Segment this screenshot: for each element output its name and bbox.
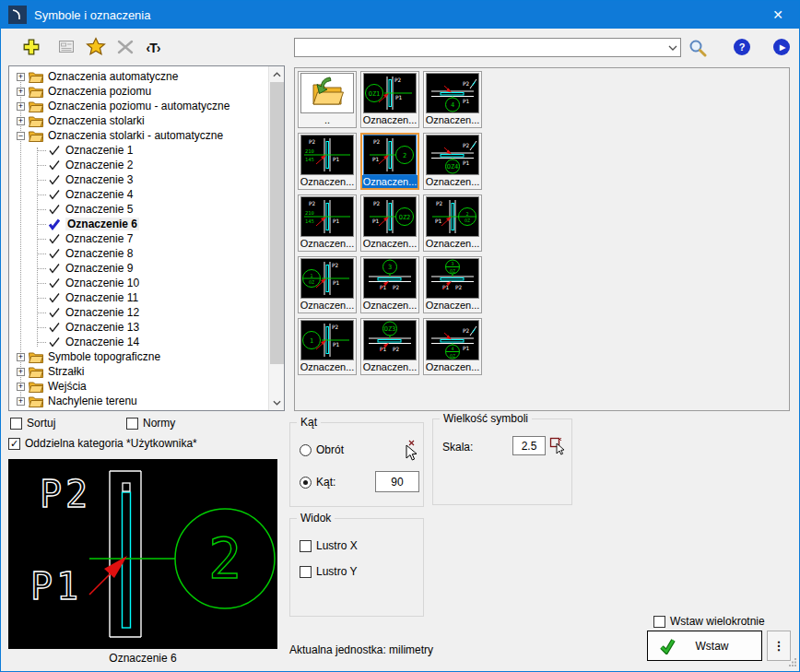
- scale-input[interactable]: [512, 436, 546, 455]
- tree-leaf-item[interactable]: Oznaczenie 11: [9, 290, 268, 305]
- combo-dropdown-button[interactable]: [665, 39, 680, 56]
- help-button[interactable]: ?: [734, 39, 750, 55]
- symbol-tile[interactable]: 4OZP2P1Oznaczen...: [423, 318, 482, 375]
- separate-category-checkbox[interactable]: ✓ Oddzielna kategoria *Użytkownika*: [8, 437, 197, 450]
- tree-leaf-item[interactable]: Oznaczenie 1: [9, 143, 268, 158]
- tree-leaf-item[interactable]: Oznaczenie 9: [9, 261, 268, 276]
- checkbox-box: ✓: [653, 616, 665, 628]
- normy-checkbox[interactable]: ✓ Normy: [126, 417, 175, 430]
- parent-folder-tile[interactable]: ..: [298, 71, 357, 128]
- scroll-up-button[interactable]: [269, 66, 285, 82]
- sortuj-checkbox[interactable]: ✓ Sortuj: [10, 417, 55, 430]
- insert-button[interactable]: Wstaw: [647, 631, 762, 661]
- tree-leaf-item[interactable]: Oznaczenie 7: [9, 231, 268, 246]
- svg-text:OZ4: OZ4: [447, 163, 459, 171]
- tree-leaf-item[interactable]: Oznaczenie 8: [9, 246, 268, 261]
- check-icon: [48, 248, 61, 260]
- tree-leaf-item[interactable]: Oznaczenie 13: [9, 320, 268, 335]
- expand-toggle[interactable]: +: [17, 353, 25, 361]
- expand-toggle[interactable]: +: [17, 73, 25, 81]
- tree-item-label: Symbole topograficzne: [48, 350, 160, 363]
- folder-icon: [29, 351, 43, 363]
- mirror-y-checkbox[interactable]: ✓ Lustro Y: [300, 565, 357, 578]
- text-symbol-button[interactable]: ‹T›: [141, 36, 165, 60]
- tree-scrollbar[interactable]: [268, 66, 284, 410]
- tree-leaf-item[interactable]: Oznaczenie 10: [9, 276, 268, 290]
- check-icon: [48, 159, 61, 171]
- symbol-thumbnail: OZ2P2P1: [363, 196, 417, 237]
- symbol-tile[interactable]: OZ1P2P1Oznaczen...: [360, 71, 419, 128]
- symbol-tile[interactable]: 3OZP1P2Oznaczen...: [423, 256, 482, 313]
- expand-toggle[interactable]: +: [17, 88, 25, 96]
- symbol-tile[interactable]: OZ2P2P1Oznaczen...: [360, 195, 419, 252]
- tree-folder-item[interactable]: +Oznaczenia poziomu - automatyczne: [9, 99, 268, 113]
- delete-button[interactable]: [113, 36, 137, 60]
- symbol-tile[interactable]: 2P2P1Oznaczen...: [360, 133, 419, 190]
- tree-leaf-item[interactable]: Oznaczenie 5: [9, 202, 268, 217]
- svg-text:P2: P2: [393, 346, 400, 352]
- details-view-button[interactable]: [54, 36, 78, 60]
- search-button[interactable]: [686, 37, 710, 61]
- run-button[interactable]: ▶: [773, 39, 790, 55]
- svg-text:P1: P1: [372, 218, 380, 224]
- expand-toggle[interactable]: +: [17, 397, 25, 406]
- pick-scale-button[interactable]: [549, 437, 566, 458]
- symbol-tile[interactable]: OZ4P2P1Oznaczen...: [423, 133, 482, 190]
- tree-leaf-item[interactable]: Oznaczenie 6: [9, 217, 268, 231]
- symbol-tile[interactable]: 4P2P1Oznaczen...: [423, 71, 482, 128]
- tree-leaf-item[interactable]: Oznaczenie 2: [9, 158, 268, 172]
- tree-folder-item[interactable]: +Przekroje: [9, 408, 268, 410]
- folder-icon: [29, 86, 43, 98]
- symbol-tile[interactable]: 210145P2P1Oznaczen...: [298, 133, 357, 190]
- svg-text:OZ: OZ: [465, 218, 470, 223]
- mirror-x-checkbox[interactable]: ✓ Lustro X: [300, 539, 358, 552]
- symbol-thumbnail: [300, 73, 354, 113]
- rotation-radio[interactable]: Obrót: [300, 443, 344, 456]
- symbol-thumbnail: 2OZP2P1: [426, 196, 479, 237]
- scroll-thumb[interactable]: [270, 82, 284, 364]
- tree-leaf-item[interactable]: Oznaczenie 12: [9, 305, 268, 320]
- symbol-tile[interactable]: OZ3P1P2Oznaczen...: [360, 318, 419, 375]
- symbol-tile[interactable]: 1OZP2P1Oznaczen...: [298, 256, 357, 313]
- svg-text:P1: P1: [333, 279, 340, 286]
- pick-icon: [549, 437, 566, 455]
- tree-folder-item[interactable]: +Oznaczenia stolarki: [9, 113, 268, 128]
- scroll-down-button[interactable]: [269, 395, 285, 410]
- favorites-button[interactable]: [84, 36, 108, 60]
- tree-folder-item[interactable]: +Oznaczenia poziomu: [9, 84, 268, 99]
- current-unit-text: Aktualna jednostka: milimetry: [289, 643, 433, 656]
- tree-leaf-item[interactable]: Oznaczenie 3: [9, 172, 268, 187]
- expand-toggle[interactable]: −: [17, 132, 25, 140]
- resize-grip[interactable]: [788, 656, 797, 669]
- symbol-tile[interactable]: 1P2P1Oznaczen...: [298, 318, 357, 375]
- tree-folder-item[interactable]: +Nachylenie terenu: [9, 394, 268, 408]
- angle-radio[interactable]: Kąt:: [300, 476, 335, 489]
- svg-text:P1: P1: [463, 345, 470, 351]
- tree-leaf-item[interactable]: Oznaczenie 4: [9, 187, 268, 202]
- symbol-tile[interactable]: 210145P2P1Oznaczen...: [298, 195, 357, 252]
- preview-canvas: 2 P2 P1: [8, 459, 277, 649]
- tree-folder-item[interactable]: +Strzałki: [9, 364, 268, 379]
- expand-toggle[interactable]: +: [17, 102, 25, 111]
- check-icon: [48, 218, 61, 230]
- tree-folder-item[interactable]: +Oznaczenia automatyczne: [9, 69, 268, 84]
- tree-leaf-item[interactable]: Oznaczenie 14: [9, 335, 268, 349]
- check-icon: [48, 292, 61, 304]
- symbol-thumbnail: 210145P2P1: [300, 196, 354, 237]
- symbol-tile[interactable]: 3P1P2Oznaczen...: [360, 256, 419, 313]
- search-input[interactable]: [295, 39, 665, 56]
- expand-toggle[interactable]: +: [17, 383, 25, 391]
- tree-folder-item[interactable]: −Oznaczenia stolarki - automatyczne: [9, 128, 268, 143]
- tree-item-label: Oznaczenie 13: [65, 321, 139, 334]
- tree-folder-item[interactable]: +Symbole topograficzne: [9, 349, 268, 364]
- check-icon: [48, 263, 61, 275]
- close-button[interactable]: ✕: [757, 1, 799, 29]
- svg-text:P2: P2: [394, 77, 402, 83]
- tree-folder-item[interactable]: +Wejścia: [9, 379, 268, 394]
- insert-multiple-checkbox[interactable]: ✓ Wstaw wielokrotnie: [653, 615, 765, 628]
- angle-input[interactable]: [375, 471, 419, 492]
- add-symbol-button[interactable]: [19, 36, 43, 60]
- expand-toggle[interactable]: +: [17, 117, 25, 125]
- expand-toggle[interactable]: +: [17, 368, 25, 376]
- symbol-tile[interactable]: 2OZP2P1Oznaczen...: [423, 195, 482, 252]
